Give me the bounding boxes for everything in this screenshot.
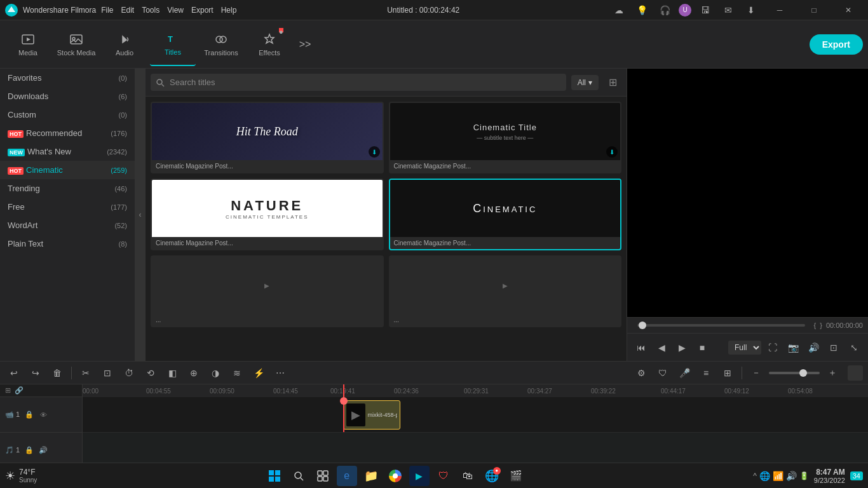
search-input[interactable]: [151, 74, 566, 91]
filter-button[interactable]: All ▾: [571, 75, 599, 90]
audio-eq-button[interactable]: ≋: [228, 364, 246, 382]
grid-view-button[interactable]: ⊞: [604, 74, 621, 92]
panel-item-plain-text[interactable]: Plain Text (8): [0, 234, 135, 253]
quality-select[interactable]: Full 1/2 1/4: [728, 341, 761, 355]
panel-item-custom[interactable]: Custom (0): [0, 105, 135, 124]
stop-button[interactable]: ■: [693, 339, 711, 356]
transform-button[interactable]: ⟲: [142, 364, 159, 382]
cut-button[interactable]: ✂: [77, 364, 95, 382]
more-tools-button[interactable]: >>: [295, 34, 315, 55]
link-icon[interactable]: 🔗: [15, 386, 24, 395]
play-button[interactable]: ▶: [673, 339, 691, 356]
panel-item-trending[interactable]: Trending (46): [0, 179, 135, 198]
tray-expand-icon[interactable]: ^: [753, 471, 757, 480]
title-card-5[interactable]: ▶ ...: [151, 255, 384, 327]
tool-stock-media[interactable]: Stock Media: [53, 23, 99, 66]
track-lock-icon[interactable]: 🔒: [24, 409, 35, 421]
save-icon[interactable]: 🖫: [696, 4, 714, 17]
menu-export[interactable]: Export: [191, 6, 214, 15]
zoom-out-button[interactable]: －: [747, 364, 765, 382]
task-view-button[interactable]: [313, 466, 333, 486]
fullscreen-button[interactable]: ⛶: [764, 339, 782, 356]
download-icon[interactable]: ⬇: [742, 4, 760, 17]
attach-icon[interactable]: ⊞: [5, 386, 11, 395]
search-taskbar-button[interactable]: [288, 466, 309, 486]
system-clock[interactable]: 8:47 AM 9/23/2022: [814, 468, 845, 484]
minimize-button[interactable]: ─: [765, 0, 794, 20]
volume-button[interactable]: 🔊: [804, 339, 822, 356]
taskbar-filmora-button[interactable]: ▶: [409, 466, 430, 486]
panel-item-recommended[interactable]: HOTRecommended (176): [0, 124, 135, 142]
title-card-1[interactable]: Hit The Road ⬇ Cinematic Magazine Post..…: [151, 102, 384, 173]
panel-item-favorites[interactable]: Favorites (0): [0, 69, 135, 87]
snapshot-button[interactable]: 📷: [784, 339, 802, 356]
tool-media[interactable]: Media: [5, 23, 51, 66]
taskbar-store-button[interactable]: 🛍: [458, 466, 478, 486]
mask-button[interactable]: ◧: [163, 364, 181, 382]
title-card-2[interactable]: Cinematic Title — subtitle text here — ⬇…: [389, 102, 622, 173]
menu-help[interactable]: Help: [221, 6, 237, 15]
menu-edit[interactable]: Edit: [121, 6, 135, 15]
expand-button[interactable]: ⤡: [845, 339, 863, 356]
taskbar-app3-button[interactable]: 🎬: [506, 466, 526, 486]
crop-button[interactable]: ⊡: [98, 364, 116, 382]
more-tl-button[interactable]: ⋯: [271, 364, 289, 382]
taskbar-explorer-button[interactable]: 📁: [361, 466, 381, 486]
tool-audio[interactable]: Audio: [102, 23, 147, 66]
zoom-slider[interactable]: [769, 372, 820, 374]
title-card-3[interactable]: NATURE CINEMATIC TEMPLATES Cinematic Mag…: [151, 179, 384, 250]
zoom-in-button[interactable]: ＋: [824, 364, 841, 382]
user-avatar[interactable]: U: [679, 4, 691, 17]
save-frame-button[interactable]: ⊡: [825, 339, 843, 356]
track-eye-icon[interactable]: 👁: [37, 409, 49, 421]
taskbar-browser2-button[interactable]: 🌐 ●: [482, 466, 502, 486]
headphone-icon[interactable]: 🎧: [656, 4, 674, 17]
settings-button[interactable]: ⚙: [632, 364, 650, 382]
playback-progress[interactable]: [637, 324, 805, 327]
delete-button[interactable]: 🗑: [48, 364, 66, 382]
video-clip[interactable]: ▶ mixkit-458-p...: [343, 400, 400, 430]
battery-icon[interactable]: 🔋: [799, 471, 809, 480]
panel-collapse-button[interactable]: ‹: [135, 69, 146, 361]
duration-button[interactable]: ⏱: [120, 364, 138, 382]
cloud-icon[interactable]: ☁: [610, 4, 628, 17]
taskbar-edge-button[interactable]: e: [337, 466, 357, 486]
menu-view[interactable]: View: [167, 6, 184, 15]
wifi-icon[interactable]: 📶: [773, 471, 783, 481]
audio-volume-icon[interactable]: 🔊: [37, 445, 49, 456]
panel-item-free[interactable]: Free (177): [0, 198, 135, 216]
redo-button[interactable]: ↪: [27, 364, 44, 382]
audio-wave-button[interactable]: ≡: [697, 364, 715, 382]
network-icon[interactable]: 🌐: [759, 471, 770, 481]
bulb-icon[interactable]: 💡: [633, 4, 651, 17]
color-button[interactable]: ◑: [207, 364, 224, 382]
menu-tools[interactable]: Tools: [142, 6, 159, 15]
stabilize-button[interactable]: ⊕: [185, 364, 203, 382]
title-card-6[interactable]: ▶ ...: [389, 255, 622, 327]
windows-start-button[interactable]: [264, 466, 285, 486]
panel-item-downloads[interactable]: Downloads (6): [0, 87, 135, 105]
tool-effects[interactable]: Effects ●: [247, 23, 292, 66]
volume-tray-icon[interactable]: 🔊: [786, 471, 797, 481]
export-button[interactable]: Export: [810, 34, 863, 55]
title-card-4[interactable]: Cinematic Cinematic Magazine Post...: [389, 179, 622, 250]
tool-transitions[interactable]: Transitions: [198, 23, 244, 66]
split-track-button[interactable]: ⊞: [719, 364, 736, 382]
skip-back-button[interactable]: ⏮: [632, 339, 650, 356]
taskbar-chrome-button[interactable]: [385, 466, 405, 486]
close-button[interactable]: ✕: [834, 0, 863, 20]
audio-lock-icon[interactable]: 🔒: [24, 445, 35, 456]
menu-file[interactable]: File: [101, 6, 113, 15]
tool-titles[interactable]: T Titles: [150, 23, 196, 66]
panel-item-wordart[interactable]: WordArt (52): [0, 216, 135, 234]
mic-button[interactable]: 🎤: [675, 364, 693, 382]
notification-badge[interactable]: 34: [850, 471, 863, 480]
panel-item-cinematic[interactable]: HOTCinematic (259): [0, 161, 135, 179]
maximize-button[interactable]: □: [799, 0, 829, 20]
panel-item-whats-new[interactable]: NEWWhat's New (2342): [0, 142, 135, 161]
split-button[interactable]: ⚡: [250, 364, 268, 382]
frame-back-button[interactable]: ◀: [653, 339, 670, 356]
mail-icon[interactable]: ✉: [719, 4, 737, 17]
undo-button[interactable]: ↩: [5, 364, 23, 382]
shield-button[interactable]: 🛡: [654, 364, 672, 382]
